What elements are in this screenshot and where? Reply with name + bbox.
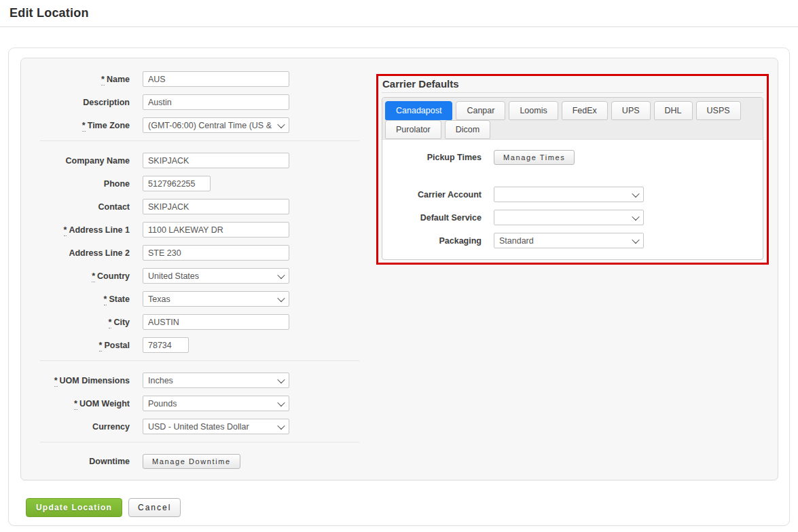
default-service-row: Default Service bbox=[382, 210, 763, 225]
chevron-down-icon bbox=[277, 421, 285, 429]
phone-input[interactable] bbox=[143, 176, 211, 191]
country-select[interactable]: United States bbox=[143, 268, 289, 284]
section-divider bbox=[40, 360, 359, 361]
page-header: Edit Location bbox=[0, 0, 798, 26]
company-name-label: Company Name bbox=[21, 156, 130, 166]
manage-times-button[interactable]: Manage Times bbox=[494, 150, 575, 165]
carrier-defaults-title: Carrier Defaults bbox=[378, 76, 767, 92]
postal-input[interactable] bbox=[143, 337, 189, 353]
description-label: Description bbox=[21, 98, 130, 107]
required-asterisk: * bbox=[99, 341, 103, 352]
country-label: *Country bbox=[21, 271, 130, 281]
city-input[interactable] bbox=[143, 314, 289, 330]
carrier-title-divider bbox=[382, 92, 763, 93]
required-asterisk: * bbox=[54, 376, 58, 387]
pickup-times-label: Pickup Times bbox=[382, 153, 482, 162]
chevron-down-icon bbox=[277, 294, 285, 301]
name-row: *Name bbox=[21, 71, 367, 87]
carrier-account-select[interactable] bbox=[494, 187, 644, 202]
postal-label: *Postal bbox=[21, 341, 130, 350]
required-asterisk: * bbox=[104, 294, 107, 305]
tab-loomis[interactable]: Loomis bbox=[509, 101, 558, 120]
carrier-defaults-section: Carrier Defaults Canadapost Canpar Loomi… bbox=[376, 74, 769, 265]
postal-row: *Postal bbox=[21, 337, 367, 353]
tab-canadapost[interactable]: Canadapost bbox=[385, 101, 452, 120]
address-line-2-input[interactable] bbox=[143, 245, 289, 261]
city-label: *City bbox=[21, 318, 130, 327]
tab-dicom[interactable]: Dicom bbox=[445, 120, 490, 139]
time-zone-row: *Time Zone (GMT-06:00) Central Time (US … bbox=[21, 117, 367, 133]
chevron-down-icon bbox=[277, 271, 285, 278]
country-row: *Country United States bbox=[21, 268, 367, 284]
form-panel: *Name Description *Time Zone (GMT-06:00)… bbox=[20, 58, 778, 480]
uom-weight-row: *UOM Weight Pounds bbox=[21, 396, 367, 411]
header-divider bbox=[0, 26, 798, 27]
default-service-select[interactable] bbox=[494, 210, 644, 225]
currency-label: Currency bbox=[21, 422, 130, 432]
name-label: *Name bbox=[21, 75, 130, 84]
packaging-select[interactable]: Standard bbox=[494, 233, 644, 248]
carrier-account-row: Carrier Account bbox=[382, 187, 763, 202]
address-line-2-label: Address Line 2 bbox=[21, 248, 130, 258]
contact-row: Contact bbox=[21, 199, 367, 214]
chevron-down-icon bbox=[277, 120, 285, 128]
downtime-row: Downtime Manage Downtime bbox=[21, 454, 367, 469]
page-title: Edit Location bbox=[10, 6, 788, 20]
currency-select[interactable]: USD - United States Dollar bbox=[143, 419, 289, 434]
currency-row: Currency USD - United States Dollar bbox=[21, 419, 367, 434]
address-line-1-input[interactable] bbox=[143, 222, 289, 238]
uom-dimensions-label: *UOM Dimensions bbox=[21, 376, 130, 385]
state-select[interactable]: Texas bbox=[143, 291, 289, 307]
contact-label: Contact bbox=[21, 202, 130, 212]
uom-dimensions-row: *UOM Dimensions Inches bbox=[21, 373, 367, 388]
carrier-tabstrip: Canadapost Canpar Loomis FedEx UPS DHL U… bbox=[382, 98, 763, 140]
required-asterisk: * bbox=[82, 121, 86, 132]
required-asterisk: * bbox=[64, 225, 67, 236]
uom-weight-label: *UOM Weight bbox=[21, 399, 130, 408]
time-zone-select[interactable]: (GMT-06:00) Central Time (US & Cana bbox=[143, 117, 289, 133]
chevron-down-icon bbox=[277, 375, 285, 383]
downtime-label: Downtime bbox=[21, 457, 130, 466]
tab-usps[interactable]: USPS bbox=[696, 101, 741, 120]
city-row: *City bbox=[21, 314, 367, 330]
carrier-tab-content: Pickup Times Manage Times Carrier Accoun… bbox=[382, 140, 763, 248]
packaging-row: Packaging Standard bbox=[382, 233, 763, 248]
state-label: *State bbox=[21, 294, 130, 304]
company-name-input[interactable] bbox=[143, 153, 289, 168]
uom-weight-select[interactable]: Pounds bbox=[143, 396, 289, 411]
name-input[interactable] bbox=[143, 71, 289, 87]
tab-canpar[interactable]: Canpar bbox=[456, 101, 505, 120]
cancel-button[interactable]: Cancel bbox=[128, 498, 181, 517]
tab-fedex[interactable]: FedEx bbox=[562, 101, 608, 120]
contact-input[interactable] bbox=[143, 199, 289, 214]
location-form: *Name Description *Time Zone (GMT-06:00)… bbox=[21, 71, 367, 469]
uom-dimensions-select[interactable]: Inches bbox=[143, 373, 289, 388]
address-line-1-row: *Address Line 1 bbox=[21, 222, 367, 238]
chevron-down-icon bbox=[632, 189, 639, 197]
description-row: Description bbox=[21, 94, 367, 110]
pickup-times-row: Pickup Times Manage Times bbox=[382, 150, 763, 165]
time-zone-label: *Time Zone bbox=[21, 121, 130, 130]
chevron-down-icon bbox=[632, 235, 639, 243]
required-asterisk: * bbox=[101, 75, 105, 86]
required-asterisk: * bbox=[109, 318, 112, 328]
manage-downtime-button[interactable]: Manage Downtime bbox=[143, 454, 240, 469]
section-divider bbox=[40, 140, 359, 141]
required-asterisk: * bbox=[92, 271, 95, 282]
chevron-down-icon bbox=[632, 212, 639, 220]
form-footer: Update Location Cancel bbox=[26, 498, 778, 517]
edit-location-container: *Name Description *Time Zone (GMT-06:00)… bbox=[8, 48, 790, 526]
phone-label: Phone bbox=[21, 179, 130, 189]
address-line-2-row: Address Line 2 bbox=[21, 245, 367, 261]
state-row: *State Texas bbox=[21, 291, 367, 307]
tab-purolator[interactable]: Purolator bbox=[385, 120, 441, 139]
update-location-button[interactable]: Update Location bbox=[26, 498, 122, 517]
description-input[interactable] bbox=[143, 94, 289, 110]
section-divider bbox=[40, 442, 359, 442]
phone-row: Phone bbox=[21, 176, 367, 191]
default-service-label: Default Service bbox=[382, 213, 482, 223]
tab-ups[interactable]: UPS bbox=[611, 101, 651, 120]
chevron-down-icon bbox=[277, 398, 285, 406]
company-name-row: Company Name bbox=[21, 153, 367, 168]
tab-dhl[interactable]: DHL bbox=[654, 101, 693, 120]
